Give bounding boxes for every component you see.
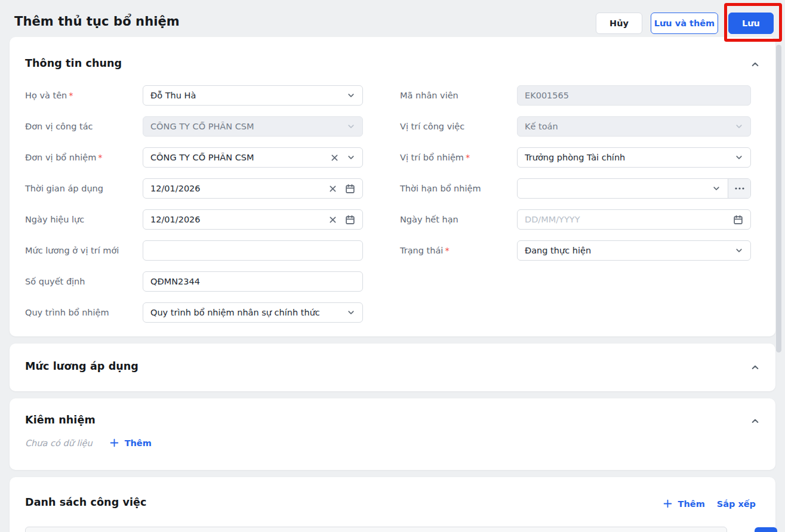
task-row-save-button[interactable] (755, 527, 777, 532)
expiry-date-text-input[interactable] (525, 215, 725, 224)
section-title-general: Thông tin chung (25, 57, 122, 69)
more-options-button[interactable] (728, 179, 750, 198)
collapse-general-button[interactable] (750, 60, 760, 72)
field-row: Trạng thái* Đang thực hiện (10, 240, 775, 261)
chevron-down-icon (735, 246, 743, 255)
save-and-add-button[interactable]: Lưu và thêm (651, 13, 718, 34)
section-title-concurrent: Kiêm nhiệm (25, 414, 96, 426)
field-row: Vị trí công việc Kế toán (10, 116, 775, 137)
employee-code-label: Mã nhân viên (400, 85, 458, 106)
plus-icon (663, 499, 673, 509)
empty-data-text: Chưa có dữ liệu (25, 438, 93, 448)
page-title: Thêm thủ tục bổ nhiệm (14, 14, 180, 29)
calendar-icon[interactable] (733, 215, 743, 225)
collapse-concurrent-button[interactable] (750, 416, 760, 428)
chevron-up-icon (750, 416, 760, 426)
chevron-down-icon (735, 122, 743, 131)
salary-card: Mức lương áp dụng (10, 344, 775, 391)
field-row: Mã nhân viên EK001565 (10, 85, 775, 106)
chevron-down-icon (712, 184, 721, 193)
appointment-process-label: Quy trình bổ nhiệm (25, 302, 109, 323)
appointment-position-label: Vị trí bổ nhiệm* (400, 147, 470, 168)
appointment-term-label: Thời hạn bổ nhiệm (400, 178, 481, 199)
decision-number-label: Số quyết định (25, 271, 85, 292)
add-task-button[interactable]: Thêm (663, 499, 705, 509)
tasks-card: Danh sách công việc Thêm Sắp xếp (10, 477, 775, 532)
save-button[interactable]: Lưu (728, 13, 774, 34)
general-info-card: Thông tin chung Họ và tên* Đỗ Thu Hà Mã … (10, 37, 775, 336)
task-row-input[interactable] (25, 527, 727, 532)
required-asterisk: * (466, 153, 470, 162)
expiry-date-label: Ngày hết hạn (400, 209, 458, 230)
plus-icon (109, 438, 119, 448)
decision-number-field[interactable] (143, 271, 363, 292)
decision-number-input[interactable] (150, 277, 355, 286)
field-row: Số quyết định (10, 271, 775, 292)
section-title-salary: Mức lương áp dụng (25, 360, 138, 372)
chevron-down-icon (735, 153, 743, 162)
status-select[interactable]: Đang thực hiện (517, 240, 751, 261)
sort-tasks-button[interactable]: Sắp xếp (717, 499, 756, 509)
status-label: Trạng thái* (400, 240, 450, 261)
concurrent-empty-row: Chưa có dữ liệu Thêm (25, 438, 152, 448)
tasks-actions: Thêm Sắp xếp (663, 499, 756, 509)
chevron-up-icon (750, 60, 760, 69)
appointment-position-select[interactable]: Trưởng phòng Tài chính (517, 147, 751, 168)
job-position-label: Vị trí công việc (400, 116, 464, 137)
more-options-icon (734, 187, 745, 190)
cancel-button[interactable]: Hủy (596, 13, 642, 34)
concurrent-card: Kiêm nhiệm Chưa có dữ liệu Thêm (10, 398, 775, 470)
appointment-process-select[interactable]: Quy trình bổ nhiệm nhân sự chính thức (143, 302, 363, 323)
expiry-date-input[interactable] (517, 209, 751, 230)
field-row: Quy trình bổ nhiệm Quy trình bổ nhiệm nh… (10, 302, 775, 323)
employee-code-input: EK001565 (517, 85, 751, 106)
collapse-salary-button[interactable] (750, 363, 760, 375)
job-position-select: Kế toán (517, 116, 751, 137)
field-row: Vị trí bổ nhiệm* Trưởng phòng Tài chính (10, 147, 775, 168)
add-concurrent-button[interactable]: Thêm (109, 438, 152, 448)
chevron-down-icon (347, 308, 355, 317)
chevron-up-icon (750, 363, 760, 372)
field-row: Ngày hết hạn (10, 209, 775, 230)
vertical-scrollbar[interactable] (776, 45, 781, 352)
required-asterisk: * (445, 246, 449, 255)
section-title-tasks: Danh sách công việc (25, 496, 147, 508)
field-row: Thời hạn bổ nhiệm (10, 178, 775, 199)
appointment-term-select[interactable] (517, 178, 751, 199)
